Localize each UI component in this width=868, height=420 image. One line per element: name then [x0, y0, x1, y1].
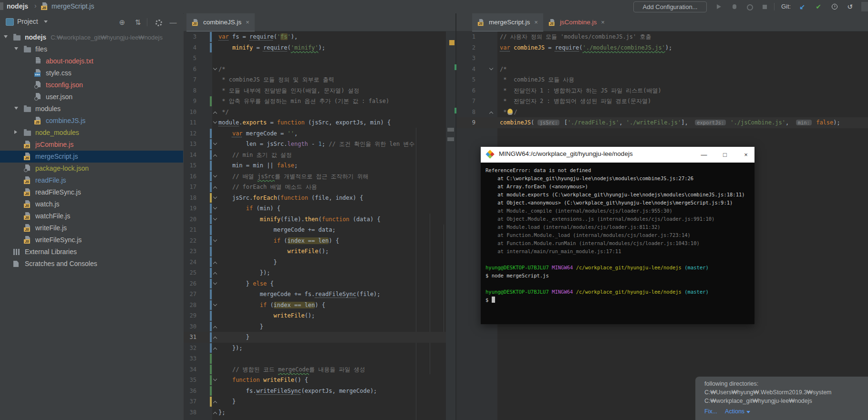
fold-down-icon[interactable]	[213, 206, 217, 211]
tree-item-watch-js[interactable]: JSwatch.js	[0, 198, 183, 210]
line-number: 5	[456, 74, 475, 85]
project-panel: Project ⊕ ⇅ — nodejsC:₩workplace_git₩hyu…	[0, 13, 183, 420]
tree-item-mergescript-js[interactable]: JSmergeScript.js	[0, 151, 183, 163]
code-line: 25 });	[184, 267, 455, 278]
close-icon[interactable]: ×	[246, 19, 249, 26]
minimize-button[interactable]: —	[699, 151, 709, 158]
tree-item-label: node_modules	[35, 129, 79, 136]
center-editor-scrollbar[interactable]	[446, 31, 455, 420]
close-icon[interactable]: ×	[534, 19, 538, 26]
code-line: 27 mergeCode += fs.readFileSync(file);	[184, 289, 455, 300]
chevron-down-icon[interactable]	[4, 35, 8, 38]
tree-item-nodejs[interactable]: nodejsC:₩workplace_git₩hyungju-lee₩nodej…	[0, 31, 183, 43]
fold-up-icon[interactable]	[213, 336, 217, 341]
tree-item-label: tsconfig.json	[46, 81, 83, 89]
add-configuration-button[interactable]: Add Configuration...	[633, 1, 707, 12]
tree-item-writefilesync-js[interactable]: JSwriteFileSync.js	[0, 234, 183, 246]
close-button[interactable]: ×	[741, 151, 751, 158]
fold-down-icon[interactable]	[213, 195, 217, 200]
chevron-down-icon[interactable]	[44, 20, 48, 23]
chevron-down-icon[interactable]	[14, 47, 18, 50]
terminal-output[interactable]: ReferenceError: data is not defined at C…	[481, 163, 754, 324]
json-icon	[34, 81, 42, 89]
tree-item-node-modules[interactable]: node_modules	[0, 127, 183, 139]
fold-down-icon[interactable]	[213, 378, 217, 382]
code-text: // forEach 배열 메소드 사용	[218, 182, 317, 193]
chevron-down-icon[interactable]	[14, 107, 18, 110]
fold-up-icon[interactable]	[213, 186, 217, 191]
fold-down-icon[interactable]	[213, 303, 217, 307]
tree-item-files[interactable]: files	[0, 43, 183, 55]
fold-down-icon[interactable]	[213, 238, 217, 243]
git-rollback-icon[interactable]: ↺	[845, 2, 855, 11]
chevron-right-icon[interactable]	[14, 130, 17, 134]
code-line: 31 }	[184, 332, 455, 343]
tree-item-user-json[interactable]: user.json	[0, 91, 183, 103]
tree-item-watchfile-js[interactable]: JSwatchFile.js	[0, 210, 183, 222]
gear-icon[interactable]	[154, 17, 164, 28]
fold-down-icon[interactable]	[213, 120, 217, 125]
fix-link[interactable]: Fix...	[704, 408, 717, 415]
debug-button[interactable]	[730, 2, 739, 11]
actions-link[interactable]: Actions	[725, 408, 750, 415]
tree-item-style-css[interactable]: cssstyle.css	[0, 67, 183, 79]
terminal-titlebar[interactable]: MINGW64:/c/workplace_git/hyungju-lee/nod…	[481, 147, 754, 163]
tab-jscombine-js[interactable]: JSjsCombine.js×	[543, 13, 610, 31]
toolbar-cut-icon[interactable]	[861, 2, 868, 11]
git-update-icon[interactable]: ↙	[797, 2, 807, 11]
fold-down-icon[interactable]	[213, 217, 217, 222]
line-number: 7	[184, 74, 196, 85]
tree-item-tsconfig-json[interactable]: tsconfig.json	[0, 79, 183, 91]
tree-item-combinejs-js[interactable]: JScombineJS.js	[0, 115, 183, 127]
fold-up-icon[interactable]	[213, 272, 217, 277]
intention-bulb-icon[interactable]	[507, 109, 513, 115]
tree-item-label: watchFile.js	[35, 212, 70, 220]
project-tree[interactable]: nodejsC:₩workplace_git₩hyungju-lee₩nodej…	[0, 31, 183, 420]
tree-item-scratches-and-consoles[interactable]: Scratches and Consoles	[0, 258, 183, 270]
fold-down-icon[interactable]	[213, 142, 217, 146]
tree-item-package-lock-json[interactable]: package-lock.json	[0, 163, 183, 174]
code-text: if (index == len) {	[218, 300, 325, 311]
fold-down-icon[interactable]	[489, 67, 494, 72]
close-icon[interactable]: ×	[601, 19, 605, 26]
tab-mergescript-js[interactable]: JSmergeScript.js×	[472, 13, 543, 32]
fold-up-icon[interactable]	[213, 400, 217, 405]
tree-item-writefile-js[interactable]: JSwriteFile.js	[0, 222, 183, 234]
editor-splitter[interactable]	[455, 13, 456, 420]
fold-up-icon[interactable]	[489, 111, 494, 116]
fold-up-icon[interactable]	[213, 347, 217, 352]
fold-down-icon[interactable]	[213, 281, 217, 286]
tab-combinejs-js[interactable]: JScombineJS.js×	[186, 13, 255, 32]
maximize-button[interactable]: □	[720, 151, 730, 158]
hide-panel-icon[interactable]: —	[168, 17, 178, 28]
fold-up-icon[interactable]	[213, 111, 217, 116]
lib-icon	[13, 248, 21, 256]
vcs-change-bar	[210, 150, 212, 160]
git-commit-icon[interactable]: ✔	[814, 2, 823, 11]
tree-item-external-libraries[interactable]: External Libraries	[0, 246, 183, 258]
fold-down-icon[interactable]	[213, 174, 217, 179]
tree-item-about-nodejs-txt[interactable]: about-nodejs.txt	[0, 55, 183, 67]
git-history-icon[interactable]	[830, 2, 839, 11]
breadcrumb-project[interactable]: nodejs	[7, 2, 28, 10]
tree-item-label: style.css	[46, 69, 72, 77]
tree-item-modules[interactable]: modules	[0, 103, 183, 115]
tree-item-readfile-js[interactable]: JSreadFile.js	[0, 174, 183, 186]
line-number: 8	[456, 107, 475, 118]
center-code-editor[interactable]: 3var fs = require('fs'),4 minify = requi…	[184, 31, 455, 420]
locate-file-icon[interactable]: ⊕	[117, 17, 127, 28]
tree-item-jscombine-js[interactable]: JSjsCombine.js	[0, 139, 183, 151]
run-button[interactable]	[714, 2, 723, 11]
line-number: 9	[184, 96, 196, 107]
stop-button[interactable]	[760, 2, 769, 11]
fold-up-icon[interactable]	[213, 411, 217, 416]
profile-button[interactable]	[745, 2, 754, 11]
tree-item-readfilesync-js[interactable]: JSreadFileSync.js	[0, 186, 183, 198]
fold-up-icon[interactable]	[213, 261, 217, 266]
project-panel-title[interactable]: Project	[17, 18, 38, 25]
collapse-all-icon[interactable]: ⇅	[133, 17, 143, 28]
fold-down-icon[interactable]	[213, 67, 217, 72]
breadcrumb-file[interactable]: mergeScript.js	[52, 2, 94, 10]
fold-up-icon[interactable]	[213, 154, 217, 159]
fold-up-icon[interactable]	[213, 326, 217, 330]
